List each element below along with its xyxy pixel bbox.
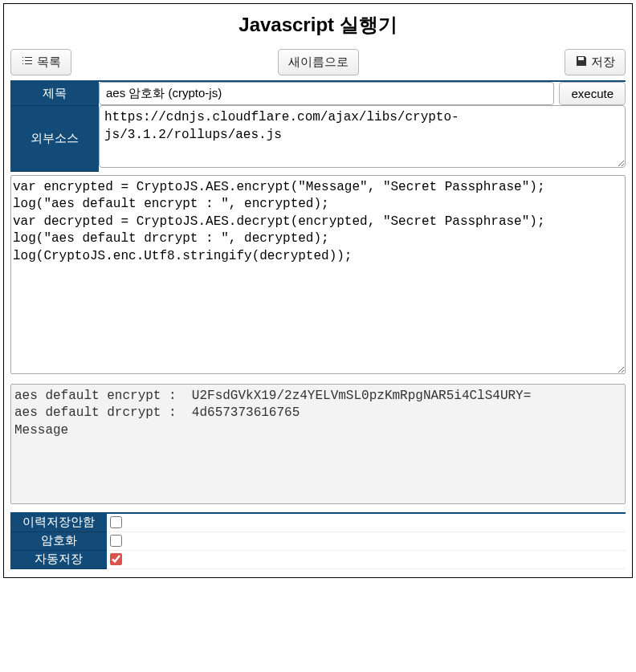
save-as-button-label: 새이름으로 [288, 55, 349, 70]
app-window: Javascript 실행기 목록 새이름으로 저장 [3, 3, 633, 578]
no-history-label: 이력저장안함 [10, 513, 107, 532]
execute-button[interactable]: execute [559, 82, 626, 105]
form-table: 제목 execute 외부소스 [10, 82, 626, 172]
options-table: 이력저장안함 암호화 자동저장 [10, 512, 626, 569]
code-editor[interactable] [10, 175, 626, 374]
toolbar: 목록 새이름으로 저장 [10, 49, 626, 75]
save-as-button[interactable]: 새이름으로 [278, 49, 359, 75]
list-button-label: 목록 [37, 55, 61, 70]
list-button[interactable]: 목록 [10, 49, 71, 75]
save-button[interactable]: 저장 [565, 49, 626, 75]
title-input[interactable] [99, 82, 554, 105]
output-console: aes default encrypt : U2FsdGVkX19/2z4YEL… [10, 384, 626, 504]
autosave-checkbox[interactable] [110, 553, 122, 565]
title-field-label: 제목 [10, 82, 99, 105]
extsrc-field-label: 외부소스 [10, 105, 99, 171]
no-history-checkbox[interactable] [110, 516, 122, 528]
encrypt-checkbox[interactable] [110, 535, 122, 547]
list-icon [21, 55, 34, 70]
external-source-textarea[interactable] [99, 105, 626, 168]
autosave-label: 자동저장 [10, 550, 107, 568]
encrypt-label: 암호화 [10, 531, 107, 550]
page-title: Javascript 실행기 [10, 12, 626, 38]
save-icon [575, 55, 588, 70]
save-button-label: 저장 [591, 55, 615, 70]
